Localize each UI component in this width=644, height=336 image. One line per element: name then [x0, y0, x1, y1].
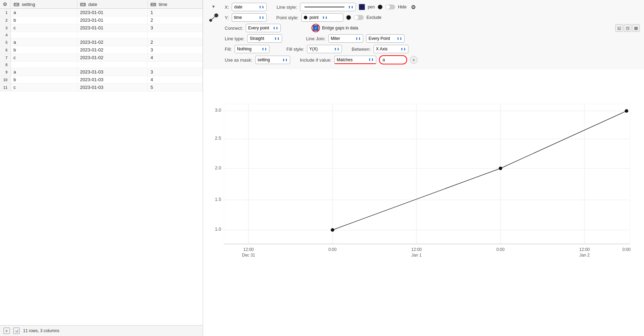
line-type-arrow: ⬆⬇: [274, 37, 280, 41]
row-time: 2: [147, 38, 202, 46]
between-label: Between:: [352, 47, 371, 52]
table-row[interactable]: 7 c 2023-01-02 4: [0, 54, 203, 62]
row-setting: a: [10, 68, 77, 76]
table-row[interactable]: 1 a 2023-01-01 1: [0, 9, 203, 16]
y-select[interactable]: time ⬆⬇: [232, 13, 267, 22]
row-date: 2023-01-01: [77, 9, 147, 16]
row-date: 2023-01-02: [77, 38, 147, 46]
row-setting: [10, 32, 77, 38]
x-label-jan1-0: 0:00: [328, 247, 337, 252]
table-row[interactable]: 2 b 2023-01-01 2: [0, 16, 203, 24]
table-row[interactable]: 8: [0, 62, 203, 68]
row-num: 10: [0, 76, 10, 84]
use-as-mask-arrow: ⬆⬇: [282, 58, 288, 62]
fill-select[interactable]: Nothing ⬆⬇: [234, 45, 270, 53]
collapse-button[interactable]: ▼: [211, 4, 216, 9]
controls-panel: ▼ X: date ⬆: [203, 0, 644, 69]
row-num: 8: [0, 62, 10, 68]
x-label-end-0: 0:00: [622, 247, 631, 252]
connect-select[interactable]: Every point ⬆⬇: [246, 24, 281, 32]
exclude-label: Exclude: [366, 15, 382, 20]
point-style-value: point: [309, 15, 318, 20]
include-value-input[interactable]: [379, 55, 407, 64]
table-row[interactable]: 6 b 2023-01-02 3: [0, 46, 203, 54]
line-color-swatch[interactable]: [359, 4, 365, 10]
table-header-setting: ab setting: [10, 0, 77, 9]
bridge-gaps-checkbox[interactable]: ✓: [313, 25, 318, 31]
line-type-select[interactable]: Straight ⬆⬇: [247, 34, 282, 43]
x-select[interactable]: date ⬆⬇: [232, 3, 267, 11]
table-row[interactable]: 4: [0, 32, 203, 38]
use-as-mask-select[interactable]: setting ⬆⬇: [255, 56, 290, 64]
y-value: time: [234, 15, 242, 20]
line-style-select[interactable]: ⬆⬇: [300, 3, 356, 11]
chart-area: 3.0 2.5 2.0 1.5 1.0: [203, 69, 644, 336]
table-row[interactable]: 10 b 2023-01-03 4: [0, 76, 203, 84]
row-setting: [10, 62, 77, 68]
x-label-jan2: Jan 2: [579, 253, 590, 258]
line-join-arrow: ⬆⬇: [355, 37, 361, 41]
line-join-value: Miter: [331, 36, 340, 41]
point-color-dot[interactable]: [378, 5, 383, 9]
point-style-arrow: ⬆⬇: [322, 16, 328, 20]
row-setting: b: [10, 76, 77, 84]
point-style-select[interactable]: point ⬆⬇: [301, 13, 343, 22]
row-date: 2023-01-01: [77, 16, 147, 24]
row-time: 4: [147, 76, 202, 84]
table-row[interactable]: 5 a 2023-01-02 2: [0, 38, 203, 46]
data-table-container: ⚙ ab setting ab date 21 time: [0, 0, 203, 325]
plot-icon: [206, 10, 221, 27]
hide-toggle[interactable]: [385, 5, 395, 9]
row-time: 3: [147, 46, 202, 54]
every-point-select[interactable]: Every Point ⬆⬇: [366, 34, 405, 43]
settings-icon[interactable]: ⚙: [3, 1, 7, 7]
bridge-gaps-highlight: ✓: [312, 24, 320, 32]
table-row[interactable]: 11 c 2023-01-03 5: [0, 84, 203, 91]
table-footer: ≡ 📊 11 rows, 3 columns: [0, 325, 203, 336]
matches-value: Matches: [337, 57, 352, 62]
table-row[interactable]: 3 c 2023-01-01 3: [0, 24, 203, 32]
row-setting: c: [10, 24, 77, 32]
y-select-arrow: ⬆⬇: [259, 16, 264, 20]
matches-select[interactable]: Matches ⬆⬇: [334, 56, 376, 64]
line-type-label: Line type:: [225, 36, 244, 41]
footer-icon-list[interactable]: ≡: [4, 328, 10, 334]
row-time: 3: [147, 68, 202, 76]
line-join-select[interactable]: Miter ⬆⬇: [328, 34, 363, 43]
fill-value: Nothing: [237, 47, 251, 51]
icon-btn-3[interactable]: ▤: [632, 24, 640, 32]
row-date: [77, 32, 147, 38]
point-color-dot2[interactable]: [346, 15, 351, 20]
every-point-arrow: ⬆⬇: [397, 37, 402, 41]
x-label-dec31-12: 12:00: [243, 247, 254, 252]
table-row[interactable]: 9 a 2023-01-03 3: [0, 68, 203, 76]
exclude-toggle[interactable]: [354, 15, 364, 20]
bridge-gaps-checkbox-area[interactable]: ✓: [313, 25, 318, 31]
fill-label: Fill:: [225, 47, 232, 52]
row-time: 2: [147, 16, 202, 24]
icon-btn-2[interactable]: ◳: [624, 24, 631, 32]
y-label: Y:: [225, 15, 229, 20]
fill-style-select[interactable]: Y(X) ⬆⬇: [307, 45, 342, 53]
data-table: ⚙ ab setting ab date 21 time: [0, 0, 203, 91]
footer-icon-chart[interactable]: 📊: [13, 328, 20, 334]
row-setting: a: [10, 9, 77, 16]
use-as-mask-label: Use as mask:: [225, 57, 252, 63]
exclude-toggle-track[interactable]: [354, 15, 364, 20]
include-if-value-label: Include if value:: [300, 57, 331, 63]
row-num: 5: [0, 38, 10, 46]
settings-gear-icon[interactable]: ⚙: [411, 4, 416, 10]
between-select[interactable]: X Axis ⬆⬇: [373, 45, 408, 53]
add-condition-button[interactable]: +: [410, 56, 418, 64]
hide-toggle-track[interactable]: [385, 5, 395, 9]
connect-arrow: ⬆⬇: [273, 26, 278, 30]
icon-btn-1[interactable]: ◱: [615, 24, 623, 32]
table-header-time: 21 time: [147, 0, 202, 9]
svg-line-2: [211, 15, 216, 20]
row-setting: a: [10, 38, 77, 46]
y-label-3-0: 3.0: [215, 107, 221, 113]
table-header-row-num: ⚙: [0, 0, 10, 9]
fill-style-label: Fill style:: [286, 47, 304, 52]
x-label-jan1-12: 12:00: [411, 247, 422, 252]
row-setting: c: [10, 54, 77, 62]
